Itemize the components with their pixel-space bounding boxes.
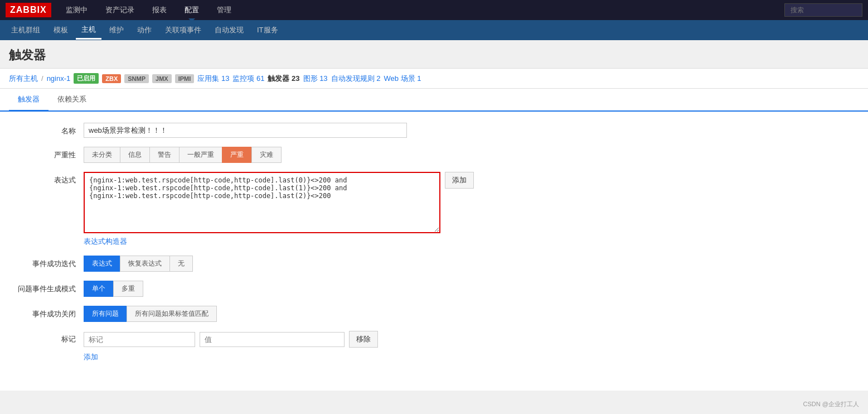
- nav-item-assets[interactable]: 资产记录: [102, 3, 138, 17]
- logo: ZABBIX: [6, 3, 51, 17]
- sub-nav: 主机群组 模板 主机 维护 动作 关联项事件 自动发现 IT服务: [0, 20, 868, 40]
- severity-info[interactable]: 信息: [120, 147, 149, 163]
- event-success-close-control: 所有问题 所有问题如果标签值匹配: [84, 306, 474, 322]
- tags-row: 标记 移除 添加: [17, 331, 851, 362]
- severity-high[interactable]: 严重: [222, 147, 251, 163]
- expression-control: {nginx-1:web.test.rspcode[http-code,http…: [84, 172, 474, 247]
- subnav-actions[interactable]: 动作: [132, 22, 157, 38]
- severity-average[interactable]: 一般严重: [179, 147, 222, 163]
- nav-item-admin[interactable]: 管理: [214, 3, 235, 17]
- page-header: 触发器: [0, 40, 868, 68]
- subnav-discovery[interactable]: 自动发现: [209, 22, 249, 38]
- subnav-hosts[interactable]: 主机: [76, 21, 101, 40]
- severity-disaster[interactable]: 灾难: [251, 147, 282, 163]
- breadcrumb-all-hosts[interactable]: 所有主机: [9, 74, 38, 84]
- top-nav-items: 监测中 资产记录 报表 配置 管理: [62, 3, 235, 17]
- name-control: [84, 123, 474, 138]
- breadcrumb-monitor-items[interactable]: 监控项 61: [232, 74, 264, 84]
- breadcrumb-sep1: /: [41, 74, 43, 83]
- tag-input-row: 移除: [84, 331, 474, 348]
- iter-none-btn[interactable]: 无: [169, 256, 193, 272]
- breadcrumb-triggers[interactable]: 触发器 23: [268, 74, 299, 84]
- close-tag-match-btn[interactable]: 所有问题如果标签值匹配: [127, 306, 217, 322]
- expression-textarea[interactable]: {nginx-1:web.test.rspcode[http-code,http…: [84, 172, 440, 233]
- event-success-iter-control: 表达式 恢复表达式 无: [84, 256, 474, 272]
- close-all-problems-btn[interactable]: 所有问题: [84, 306, 127, 322]
- breadcrumb-graphs[interactable]: 图形 13: [303, 74, 328, 84]
- expression-label: 表达式: [17, 172, 84, 185]
- breadcrumb-host-name[interactable]: nginx-1: [47, 74, 71, 83]
- top-nav: ZABBIX 监测中 资产记录 报表 配置 管理: [0, 0, 868, 20]
- expression-builder-link[interactable]: 表达式构造器: [84, 237, 127, 245]
- event-success-iter-row: 事件成功迭代 表达式 恢复表达式 无: [17, 256, 851, 272]
- nav-item-reports[interactable]: 报表: [149, 3, 170, 17]
- subnav-host-groups[interactable]: 主机群组: [6, 22, 46, 38]
- breadcrumb-web-scenarios[interactable]: Web 场景 1: [384, 74, 421, 84]
- expression-wrapper: {nginx-1:web.test.rspcode[http-code,http…: [84, 172, 474, 233]
- iter-recovery-btn[interactable]: 恢复表达式: [120, 256, 169, 272]
- problem-event-mode-row: 问题事件生成模式 单个 多重: [17, 281, 851, 297]
- mode-multiple-btn[interactable]: 多重: [113, 281, 143, 297]
- badge-ipmi: IPMI: [175, 74, 195, 83]
- severity-control: 未分类 信息 警告 一般严重 严重 灾难: [84, 147, 474, 163]
- breadcrumb-discovery-rules[interactable]: 自动发现规则 2: [331, 74, 381, 84]
- subnav-event-correlation[interactable]: 关联项事件: [159, 22, 207, 38]
- severity-unclassified[interactable]: 未分类: [84, 147, 120, 163]
- subnav-templates[interactable]: 模板: [48, 22, 74, 38]
- tags-control: 移除 添加: [84, 331, 474, 362]
- tabs-bar: 触发器 依赖关系: [0, 89, 868, 112]
- event-success-close-label: 事件成功关闭: [17, 306, 84, 319]
- badge-zbx[interactable]: ZBX: [102, 74, 121, 83]
- search-input[interactable]: [784, 3, 862, 17]
- severity-group: 未分类 信息 警告 一般严重 严重 灾难: [84, 147, 474, 163]
- tab-triggers[interactable]: 触发器: [9, 89, 49, 112]
- severity-warning[interactable]: 警告: [149, 147, 179, 163]
- event-success-close-row: 事件成功关闭 所有问题 所有问题如果标签值匹配: [17, 306, 851, 322]
- name-row: 名称: [17, 123, 851, 138]
- nav-item-config[interactable]: 配置: [181, 3, 202, 17]
- mode-single-btn[interactable]: 单个: [84, 281, 113, 297]
- tag-name-input[interactable]: [84, 332, 195, 347]
- tags-label: 标记: [17, 331, 84, 344]
- main-content: 名称 严重性 未分类 信息 警告 一般严重 严重 灾难 表达式 {nginx-1…: [0, 112, 868, 391]
- tab-dependencies[interactable]: 依赖关系: [49, 89, 95, 112]
- badge-jmx: JMX: [152, 74, 172, 83]
- problem-event-mode-control: 单个 多重: [84, 281, 474, 297]
- subnav-it-services[interactable]: IT服务: [251, 22, 284, 38]
- tag-value-input[interactable]: [200, 332, 345, 347]
- problem-event-mode-label: 问题事件生成模式: [17, 281, 84, 294]
- name-input[interactable]: [84, 123, 407, 138]
- problem-event-mode-group: 单个 多重: [84, 281, 474, 297]
- page-title: 触发器: [9, 48, 46, 62]
- expression-add-button[interactable]: 添加: [445, 172, 474, 189]
- subnav-maintenance[interactable]: 维护: [104, 22, 129, 38]
- breadcrumb-bar: 所有主机 / nginx-1 已启用 ZBX SNMP JMX IPMI 应用集…: [0, 68, 868, 89]
- badge-enabled[interactable]: 已启用: [74, 73, 99, 84]
- badge-snmp: SNMP: [124, 74, 149, 83]
- severity-label: 严重性: [17, 147, 84, 160]
- event-success-close-group: 所有问题 所有问题如果标签值匹配: [84, 306, 474, 322]
- nav-item-monitor[interactable]: 监测中: [62, 3, 91, 17]
- event-success-iter-label: 事件成功迭代: [17, 256, 84, 269]
- breadcrumb-app-set[interactable]: 应用集 13: [197, 74, 229, 84]
- name-label: 名称: [17, 123, 84, 136]
- iter-expression-btn[interactable]: 表达式: [84, 256, 120, 272]
- severity-row: 严重性 未分类 信息 警告 一般严重 严重 灾难: [17, 147, 851, 163]
- remove-tag-button[interactable]: 移除: [349, 331, 378, 348]
- event-success-iter-group: 表达式 恢复表达式 无: [84, 256, 474, 272]
- add-tag-link[interactable]: 添加: [84, 353, 98, 361]
- expression-row: 表达式 {nginx-1:web.test.rspcode[http-code,…: [17, 172, 851, 247]
